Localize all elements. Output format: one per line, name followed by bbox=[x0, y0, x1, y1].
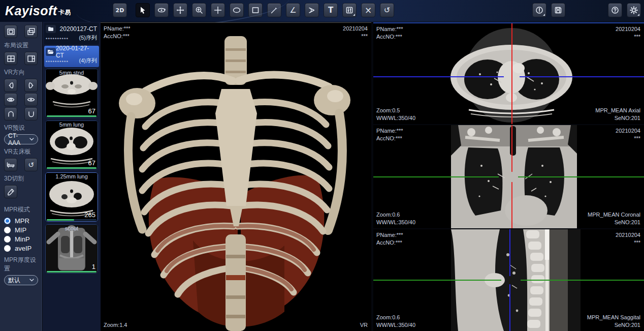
mpr-mode-radio-aveip[interactable]: aveIP bbox=[4, 244, 42, 253]
layout-buttons-row2 bbox=[4, 52, 42, 65]
sagittal-crosshair-horizontal-left[interactable] bbox=[373, 280, 501, 281]
coronal-crosshair-vertical-top[interactable] bbox=[511, 125, 512, 172]
delete-button[interactable]: × bbox=[361, 3, 375, 17]
thumbnail-image bbox=[46, 225, 98, 273]
rotate-3d-icon bbox=[157, 6, 166, 14]
rectangle-tool-button[interactable] bbox=[248, 3, 263, 17]
thumbnail-count: 1 bbox=[92, 263, 95, 270]
crosshair-button[interactable] bbox=[211, 3, 225, 17]
coronal-crosshair-horizontal-left[interactable] bbox=[373, 176, 499, 177]
axial-crosshair-vertical[interactable] bbox=[511, 23, 512, 124]
layout-stack-button[interactable] bbox=[24, 25, 38, 38]
mpr-mode-radio-minp[interactable]: MinP bbox=[4, 234, 42, 244]
layout-single-button[interactable] bbox=[4, 25, 17, 38]
radio-icon bbox=[4, 236, 11, 243]
thumbnail-count: 67 bbox=[88, 107, 95, 115]
vr-head-top-button[interactable] bbox=[4, 107, 17, 121]
study-item-2020-01-27[interactable]: 2020-01-27-CT ********** (4)序列 bbox=[44, 46, 99, 67]
study-date-text: 20210204 bbox=[343, 25, 368, 33]
vr-head-bottom-button[interactable] bbox=[24, 107, 38, 121]
sagittal-crosshair-vertical-top[interactable] bbox=[509, 229, 510, 276]
axial-zoom-overlay: Zoom:0.5 WW/WL:350/40 bbox=[376, 107, 415, 122]
axial-type-overlay: MPR_MEAN Axial SeNO:201 bbox=[595, 107, 640, 122]
app-window: Kayisoft卡易 2D bbox=[0, 0, 644, 331]
mpr-thickness-value: 默认 bbox=[8, 276, 20, 285]
vr-face-front-icon bbox=[7, 96, 15, 103]
report-icon bbox=[535, 6, 543, 14]
wwwl-text: WW/WL:350/40 bbox=[376, 114, 415, 122]
vr-head-left-button[interactable] bbox=[4, 79, 17, 92]
sagittal-crosshair-horizontal-right[interactable] bbox=[521, 280, 644, 281]
vr-face-front-button[interactable] bbox=[4, 93, 17, 106]
radio-label: aveIP bbox=[15, 245, 31, 252]
zoom-in-button[interactable] bbox=[192, 3, 206, 17]
layout-grid-2x2-button[interactable] bbox=[4, 52, 17, 65]
angle-button[interactable]: ∠ bbox=[286, 3, 300, 17]
sagittal-crosshair-vertical-bottom[interactable] bbox=[509, 284, 510, 331]
series-panel: 20200127-CT ********** (5)序列 2020-01-27-… bbox=[43, 22, 101, 331]
pan-button[interactable] bbox=[173, 3, 187, 17]
text-tool-button[interactable]: T bbox=[324, 3, 338, 17]
cut-3d-row bbox=[4, 185, 42, 198]
axial-date-overlay: 20210204 *** bbox=[616, 25, 640, 41]
vr-direction-row1 bbox=[4, 79, 42, 92]
seno-text: SeNO:201 bbox=[587, 321, 640, 329]
app-logo: Kayisoft卡易 bbox=[5, 4, 71, 18]
crosshair-icon bbox=[214, 6, 222, 14]
settings-button[interactable] bbox=[627, 3, 641, 17]
vr-head-right-icon bbox=[27, 82, 35, 89]
vr-head-right-button[interactable] bbox=[24, 79, 38, 92]
thumbnail-5mm-lung[interactable]: 5mm lung 67 bbox=[45, 121, 98, 170]
pan-icon bbox=[176, 6, 184, 14]
viewport-type-text: MPR_MEAN Saggital bbox=[587, 314, 640, 321]
seno-text: SeNO:201 bbox=[595, 114, 640, 122]
rotate-3d-button[interactable] bbox=[154, 3, 169, 17]
cursor-icon bbox=[139, 6, 147, 14]
axial-viewport[interactable]: PName:*** AccNO:*** 20210204 *** Zoom:0.… bbox=[373, 22, 644, 124]
help-button[interactable] bbox=[608, 3, 622, 17]
vr-date-overlay: 20210204 *** bbox=[343, 25, 368, 40]
viewport-type-text: VR bbox=[360, 321, 368, 329]
mpr-mode-radio-mip[interactable]: MIP bbox=[4, 225, 42, 234]
study-name: 20200127-CT bbox=[60, 25, 97, 33]
sagittal-date-overlay: 20210204 *** bbox=[616, 231, 640, 247]
study-item-20200127[interactable]: 20200127-CT ********** (5)序列 bbox=[44, 23, 99, 44]
thumbnail-5mm-stnd[interactable]: 5mm stnd 67 bbox=[45, 69, 98, 118]
coronal-crosshair-vertical-bottom[interactable] bbox=[511, 182, 512, 228]
vr-face-back-button[interactable] bbox=[24, 93, 38, 106]
secondary-toolbar bbox=[532, 3, 565, 17]
thumbnail-title: 5mm lung bbox=[46, 122, 98, 128]
radio-label: MPR bbox=[15, 217, 29, 225]
axial-crosshair-horizontal-right[interactable] bbox=[520, 76, 644, 77]
window-level-button[interactable] bbox=[342, 3, 357, 17]
measure-button[interactable] bbox=[267, 3, 281, 17]
layout-1-2-icon bbox=[27, 55, 35, 62]
coronal-crosshair-horizontal-right[interactable] bbox=[518, 176, 644, 177]
thumbnail-scout[interactable]: scout 1 bbox=[45, 224, 98, 274]
window-toolbar bbox=[608, 3, 641, 17]
thumbnail-1-25mm-lung[interactable]: 1.25mm lung 265 bbox=[45, 172, 98, 222]
save-button[interactable] bbox=[551, 3, 565, 17]
mode-2d-button[interactable]: 2D bbox=[113, 3, 127, 17]
ellipse-tool-button[interactable] bbox=[230, 3, 244, 17]
zoom-text: Zoom:1.4 bbox=[104, 321, 127, 329]
layout-single-icon bbox=[7, 28, 15, 35]
mpr-thickness-select[interactable]: 默认 bbox=[4, 275, 38, 285]
cobb-angle-button[interactable] bbox=[305, 3, 319, 17]
layout-1-2-button[interactable] bbox=[24, 52, 38, 65]
reset-button[interactable]: ↺ bbox=[380, 3, 394, 17]
report-button[interactable] bbox=[532, 3, 546, 17]
mpr-mode-radio-mpr[interactable]: MPR bbox=[4, 216, 42, 225]
vr-viewport[interactable]: PName:*** AccNO:*** 20210204 *** Zoom:1.… bbox=[101, 22, 371, 331]
mpr-column: PName:*** AccNO:*** 20210204 *** Zoom:0.… bbox=[373, 22, 644, 331]
remove-bed-button[interactable] bbox=[4, 158, 17, 171]
radio-label: MIP bbox=[15, 226, 26, 234]
sagittal-viewport[interactable]: PName:*** AccNO:*** 20210204 *** Zoom:0.… bbox=[373, 229, 644, 331]
axial-crosshair-horizontal-left[interactable] bbox=[373, 76, 504, 77]
vr-preset-select[interactable]: CT-AAA bbox=[4, 134, 38, 144]
cursor-button[interactable] bbox=[136, 3, 150, 17]
scalpel-button[interactable] bbox=[4, 185, 17, 198]
coronal-viewport[interactable]: PName:*** AccNO:*** 20210204 *** Zoom:0.… bbox=[373, 125, 644, 228]
coronal-date-overlay: 20210204 *** bbox=[616, 127, 640, 142]
bed-reset-button[interactable]: ↺ bbox=[24, 158, 38, 171]
